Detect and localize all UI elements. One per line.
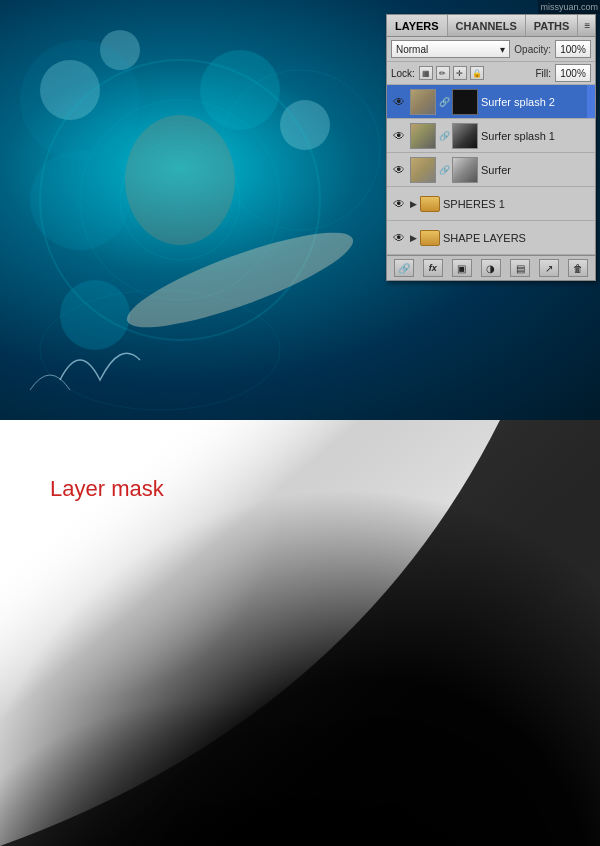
- visibility-toggle-surfer-splash-2[interactable]: 👁: [391, 94, 407, 110]
- layer-name-spheres-1: SPHERES 1: [443, 198, 593, 210]
- layer-thumb-surfer-splash-2: [410, 89, 436, 115]
- fill-input[interactable]: 100%: [555, 64, 591, 82]
- link-icon: 🔗: [439, 131, 449, 141]
- lock-label: Lock:: [391, 68, 415, 79]
- group-folder-icon-shape-layers: [420, 230, 440, 246]
- panel-bottom-toolbar: 🔗 fx ▣ ◑ ▤ ↗ 🗑: [387, 255, 595, 280]
- svg-point-4: [220, 70, 380, 230]
- panel-menu-button[interactable]: ≡: [578, 15, 596, 36]
- layer-mask-thumb-surfer-splash-1: [452, 123, 478, 149]
- layer-mask-thumb-surfer-splash-2: [452, 89, 478, 115]
- lock-all-icon[interactable]: 🔒: [470, 66, 484, 80]
- group-expand-arrow[interactable]: ▶: [410, 233, 417, 243]
- layer-mask-label: Layer mask: [50, 476, 164, 502]
- fill-label: Fill:: [535, 68, 551, 79]
- layer-name-shape-layers: SHAPE LAYERS: [443, 232, 593, 244]
- lock-icons-group: ▦ ✏ ✛ 🔒: [419, 66, 484, 80]
- opacity-input[interactable]: 100%: [555, 40, 591, 58]
- new-adjustment-button[interactable]: ◑: [481, 259, 501, 277]
- new-group-button[interactable]: ▤: [510, 259, 530, 277]
- svg-point-6: [125, 115, 235, 245]
- lock-fill-row: Lock: ▦ ✏ ✛ 🔒 Fill: 100%: [387, 62, 595, 85]
- blend-mode-select[interactable]: Normal ▾: [391, 40, 510, 58]
- panel-scrollbar[interactable]: [587, 85, 595, 118]
- tab-layers[interactable]: LAYERS: [387, 15, 448, 36]
- new-layer-button[interactable]: ↗: [539, 259, 559, 277]
- layer-row-spheres-1[interactable]: 👁 ▶ SPHERES 1: [387, 187, 595, 221]
- tab-paths[interactable]: PATHS: [526, 15, 579, 36]
- layer-row-surfer[interactable]: 👁 🔗 Surfer: [387, 153, 595, 187]
- panel-tabs-header: LAYERS CHANNELS PATHS ≡: [387, 15, 595, 37]
- opacity-label: Opacity:: [514, 44, 551, 55]
- layer-name-surfer-splash-1: Surfer splash 1: [481, 130, 593, 142]
- layer-row-surfer-splash-1[interactable]: 👁 🔗 Surfer splash 1: [387, 119, 595, 153]
- link-layers-button[interactable]: 🔗: [394, 259, 414, 277]
- layer-thumb-surfer-splash-1: [410, 123, 436, 149]
- layer-row-surfer-splash-2[interactable]: 👁 🔗 Surfer splash 2: [387, 85, 595, 119]
- canvas-area: missyuan.com LAYERS CHANNELS PATHS ≡ Nor…: [0, 0, 600, 420]
- group-expand-arrow[interactable]: ▶: [410, 199, 417, 209]
- svg-point-3: [20, 40, 140, 160]
- lock-image-icon[interactable]: ✏: [436, 66, 450, 80]
- layer-thumb-surfer: [410, 157, 436, 183]
- link-icon: 🔗: [439, 97, 449, 107]
- watermark: missyuan.com: [538, 0, 600, 14]
- layers-list: 👁 🔗 Surfer splash 2 👁 🔗 Surfer splash 1 …: [387, 85, 595, 255]
- delete-layer-button[interactable]: 🗑: [568, 259, 588, 277]
- layers-panel: LAYERS CHANNELS PATHS ≡ Normal ▾ Opacity…: [386, 14, 596, 281]
- layer-row-shape-layers[interactable]: 👁 ▶ SHAPE LAYERS: [387, 221, 595, 255]
- blend-opacity-row: Normal ▾ Opacity: 100%: [387, 37, 595, 62]
- visibility-toggle-surfer-splash-1[interactable]: 👁: [391, 128, 407, 144]
- visibility-toggle-shape-layers[interactable]: 👁: [391, 230, 407, 246]
- layer-mask-thumb-surfer: [452, 157, 478, 183]
- tab-channels[interactable]: CHANNELS: [448, 15, 526, 36]
- layer-name-surfer: Surfer: [481, 164, 593, 176]
- visibility-toggle-spheres-1[interactable]: 👁: [391, 196, 407, 212]
- add-mask-button[interactable]: ▣: [452, 259, 472, 277]
- group-folder-icon-spheres-1: [420, 196, 440, 212]
- link-icon: 🔗: [439, 165, 449, 175]
- lock-move-icon[interactable]: ✛: [453, 66, 467, 80]
- lock-transparent-icon[interactable]: ▦: [419, 66, 433, 80]
- layer-name-surfer-splash-2: Surfer splash 2: [481, 96, 593, 108]
- layer-mask-preview: Layer mask: [0, 420, 600, 846]
- visibility-toggle-surfer[interactable]: 👁: [391, 162, 407, 178]
- fx-button[interactable]: fx: [423, 259, 443, 277]
